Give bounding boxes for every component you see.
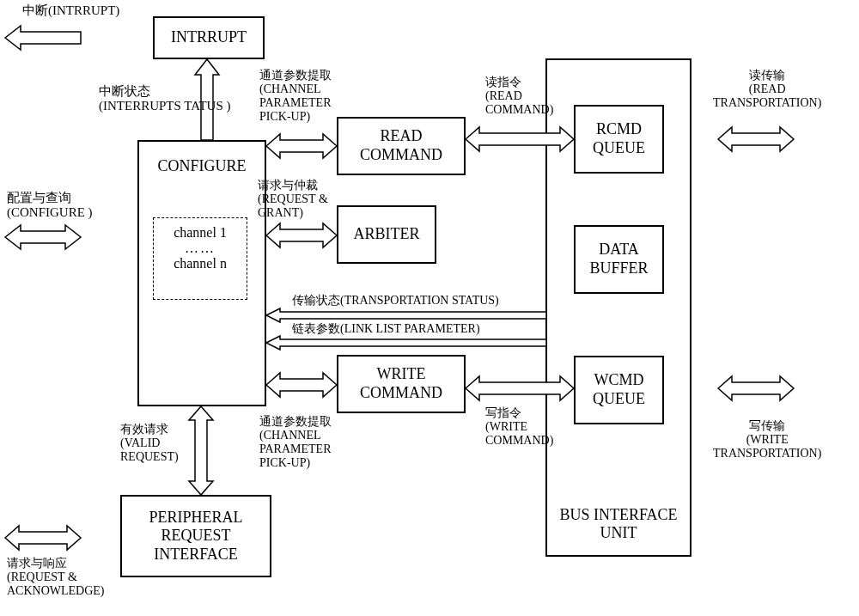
configure-arrow (5, 223, 81, 251)
channel-1-label: channel 1 (157, 225, 243, 241)
interrupt-out-arrow (5, 24, 81, 52)
read-command-label: READ COMMAND (342, 127, 460, 164)
interrupt-out-label: 中断(INTRRUPT) (22, 3, 119, 18)
arbiter-label: ARBITER (353, 225, 419, 244)
write-command-box: WRITE COMMAND (337, 355, 466, 413)
rcmd-queue-box: RCMD QUEUE (574, 105, 664, 174)
svg-marker-4 (266, 223, 337, 247)
writecmd-wcmdqueue-arrow (466, 375, 574, 402)
channel-param-label-2: 通道参数提取 (CHANNEL PARAMETER PICK-UP) (259, 415, 332, 470)
svg-marker-12 (189, 406, 213, 495)
read-command-box: READ COMMAND (337, 117, 466, 175)
readcmd-rcmdqueue-arrow (466, 125, 574, 153)
read-transport-arrow (718, 125, 794, 153)
read-trans-label: 读传输 (READ TRANSPORTATION) (713, 69, 821, 110)
interrupt-box: INTRRUPT (153, 16, 265, 59)
wcmd-queue-box: WCMD QUEUE (574, 356, 664, 424)
req-ack-label: 请求与响应 (REQUEST & ACKNOWLEDGE) (7, 557, 105, 598)
channel-dots: …… (157, 241, 243, 256)
arbiter-box: ARBITER (337, 205, 436, 264)
channel-param-label-1: 通道参数提取 (CHANNEL PARAMETER PICK-UP) (259, 69, 332, 124)
linklist-arrow (266, 335, 546, 351)
svg-marker-0 (5, 26, 81, 50)
interrupt-status-label: 中断状态 (INTERRUPTS TATUS ) (99, 84, 231, 114)
trans-status-arrow (266, 308, 546, 323)
svg-marker-8 (718, 127, 794, 151)
wcmd-queue-label: WCMD QUEUE (579, 371, 659, 408)
peripheral-box: PERIPHERAL REQUEST INTERFACE (120, 495, 271, 577)
svg-marker-3 (266, 134, 337, 158)
linklist-label: 链表参数(LINK LIST PARAMETER) (292, 322, 480, 336)
svg-marker-6 (466, 127, 574, 151)
peripheral-label: PERIPHERAL REQUEST INTERFACE (125, 509, 266, 564)
configure-readcmd-arrow (266, 132, 337, 160)
data-buffer-box: DATA BUFFER (574, 225, 664, 294)
req-ack-arrow (5, 524, 81, 552)
svg-marker-11 (266, 336, 546, 350)
configure-writecmd-arrow (266, 371, 337, 399)
rcmd-queue-label: RCMD QUEUE (579, 120, 659, 157)
configure-arbiter-arrow (266, 222, 337, 249)
interrupt-label: INTRRUPT (171, 28, 247, 47)
request-grant-label: 请求与仲裁 (REQUEST & GRANT) (258, 179, 328, 220)
bus-interface-label: BUS INTERFACE UNIT (551, 506, 686, 543)
trans-status-label: 传输状态(TRANSPORTATION STATUS) (292, 294, 499, 308)
configure-io-label: 配置与查询 (CONFIGURE ) (7, 191, 93, 221)
write-trans-label: 写传输 (WRITE TRANSPORTATION) (713, 419, 821, 460)
channel-n-label: channel n (157, 256, 243, 271)
svg-marker-7 (466, 376, 574, 400)
svg-marker-2 (5, 225, 81, 249)
svg-marker-9 (718, 376, 794, 400)
valid-request-arrow (187, 406, 215, 495)
configure-label: CONFIGURE (157, 157, 246, 176)
write-transport-arrow (718, 375, 794, 402)
write-command-label: WRITE COMMAND (342, 365, 460, 402)
svg-marker-5 (266, 373, 337, 397)
channels-box: channel 1 …… channel n (153, 217, 247, 300)
read-cmd-label: 读指令 (READ COMMAND) (485, 76, 553, 117)
svg-marker-10 (266, 308, 546, 322)
valid-request-label: 有效请求 (VALID REQUEST) (120, 423, 179, 464)
data-buffer-label: DATA BUFFER (579, 241, 659, 278)
svg-marker-13 (5, 526, 81, 550)
write-cmd-label: 写指令 (WRITE COMMAND) (485, 406, 553, 448)
